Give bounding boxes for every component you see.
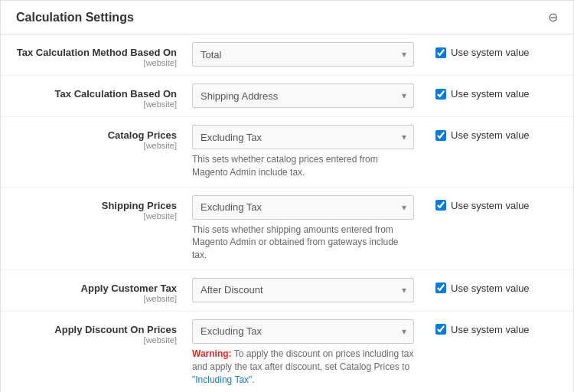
label-sub-apply-discount-on-prices: [website] bbox=[16, 335, 177, 345]
setting-row-tax-calc-based-on: Tax Calculation Based On[website]Shippin… bbox=[1, 76, 573, 117]
label-main-shipping-prices: Shipping Prices bbox=[16, 200, 177, 211]
label-main-apply-discount-on-prices: Apply Discount On Prices bbox=[16, 324, 177, 335]
system-value-col-catalog-prices: Use system value bbox=[435, 125, 558, 141]
select-wrapper-tax-calc-method: TotalUnit PriceRow Total bbox=[192, 42, 414, 67]
system-value-label-apply-discount-on-prices: Use system value bbox=[451, 324, 530, 335]
label-main-tax-calc-method: Tax Calculation Method Based On bbox=[16, 47, 177, 58]
system-value-col-shipping-prices: Use system value bbox=[435, 195, 558, 211]
label-main-apply-customer-tax: Apply Customer Tax bbox=[16, 283, 177, 294]
select-wrapper-tax-calc-based-on: Shipping AddressBilling AddressShipping … bbox=[192, 83, 414, 108]
label-col-tax-calc-method: Tax Calculation Method Based On[website] bbox=[16, 42, 192, 67]
select-apply-customer-tax[interactable]: After DiscountBefore Discount bbox=[192, 278, 414, 302]
label-sub-tax-calc-based-on: [website] bbox=[16, 100, 177, 109]
setting-row-catalog-prices: Catalog Prices[website]Excluding TaxIncl… bbox=[1, 117, 573, 188]
control-col-apply-customer-tax: After DiscountBefore Discount bbox=[192, 278, 435, 302]
select-wrapper-apply-discount-on-prices: Excluding TaxIncluding Tax bbox=[192, 319, 414, 344]
hint-text-apply-discount-on-prices: Warning: To apply the discount on prices… bbox=[192, 348, 414, 386]
system-value-checkbox-catalog-prices[interactable] bbox=[435, 130, 446, 141]
system-value-label-shipping-prices: Use system value bbox=[451, 200, 530, 211]
label-main-tax-calc-based-on: Tax Calculation Based On bbox=[16, 88, 177, 100]
label-col-shipping-prices: Shipping Prices[website] bbox=[16, 195, 192, 220]
system-value-col-tax-calc-based-on: Use system value bbox=[435, 83, 558, 100]
control-col-catalog-prices: Excluding TaxIncluding TaxThis sets whet… bbox=[192, 125, 435, 179]
select-tax-calc-based-on[interactable]: Shipping AddressBilling AddressShipping … bbox=[192, 83, 414, 108]
setting-row-apply-discount-on-prices: Apply Discount On Prices[website]Excludi… bbox=[1, 312, 573, 392]
hint-link-apply-discount-on-prices[interactable]: "Including Tax" bbox=[192, 374, 252, 385]
system-value-checkbox-tax-calc-based-on[interactable] bbox=[435, 89, 446, 100]
warning-label-apply-discount-on-prices: Warning: bbox=[192, 348, 232, 359]
control-col-tax-calc-method: TotalUnit PriceRow Total bbox=[192, 42, 435, 67]
label-col-apply-customer-tax: Apply Customer Tax[website] bbox=[16, 278, 192, 303]
select-shipping-prices[interactable]: Excluding TaxIncluding Tax bbox=[192, 195, 414, 220]
hint-text-shipping-prices: This sets whether shipping amounts enter… bbox=[192, 224, 414, 262]
select-wrapper-shipping-prices: Excluding TaxIncluding Tax bbox=[192, 195, 414, 220]
select-catalog-prices[interactable]: Excluding TaxIncluding Tax bbox=[192, 125, 414, 149]
page-wrapper: Calculation Settings ⊖ Tax Calculation M… bbox=[0, 0, 574, 392]
select-tax-calc-method[interactable]: TotalUnit PriceRow Total bbox=[192, 42, 414, 67]
setting-row-shipping-prices: Shipping Prices[website]Excluding TaxInc… bbox=[1, 188, 573, 270]
system-value-label-tax-calc-based-on: Use system value bbox=[451, 88, 530, 100]
label-col-tax-calc-based-on: Tax Calculation Based On[website] bbox=[16, 83, 192, 109]
system-value-col-apply-customer-tax: Use system value bbox=[435, 278, 558, 294]
control-col-shipping-prices: Excluding TaxIncluding TaxThis sets whet… bbox=[192, 195, 435, 262]
select-apply-discount-on-prices[interactable]: Excluding TaxIncluding Tax bbox=[192, 319, 414, 344]
label-sub-tax-calc-method: [website] bbox=[16, 58, 177, 67]
system-value-col-tax-calc-method: Use system value bbox=[435, 42, 558, 58]
system-value-checkbox-apply-customer-tax[interactable] bbox=[435, 283, 446, 293]
collapse-icon[interactable]: ⊖ bbox=[548, 10, 558, 24]
label-col-catalog-prices: Catalog Prices[website] bbox=[16, 125, 192, 150]
setting-row-tax-calc-method: Tax Calculation Method Based On[website]… bbox=[1, 34, 573, 76]
setting-row-apply-customer-tax: Apply Customer Tax[website]After Discoun… bbox=[1, 270, 573, 312]
label-sub-apply-customer-tax: [website] bbox=[16, 294, 177, 303]
section-title: Calculation Settings bbox=[16, 11, 134, 24]
label-sub-shipping-prices: [website] bbox=[16, 211, 177, 220]
system-value-checkbox-apply-discount-on-prices[interactable] bbox=[435, 324, 446, 335]
system-value-label-tax-calc-method: Use system value bbox=[451, 47, 530, 58]
hint-text-catalog-prices: This sets whether catalog prices entered… bbox=[192, 153, 414, 179]
settings-body: Tax Calculation Method Based On[website]… bbox=[1, 34, 573, 392]
system-value-checkbox-tax-calc-method[interactable] bbox=[435, 47, 446, 58]
section-header: Calculation Settings ⊖ bbox=[1, 1, 573, 34]
system-value-label-catalog-prices: Use system value bbox=[451, 129, 530, 141]
select-wrapper-catalog-prices: Excluding TaxIncluding Tax bbox=[192, 125, 414, 149]
select-wrapper-apply-customer-tax: After DiscountBefore Discount bbox=[192, 278, 414, 302]
label-sub-catalog-prices: [website] bbox=[16, 141, 177, 150]
system-value-col-apply-discount-on-prices: Use system value bbox=[435, 319, 558, 335]
system-value-label-apply-customer-tax: Use system value bbox=[451, 283, 530, 294]
label-main-catalog-prices: Catalog Prices bbox=[16, 129, 177, 141]
control-col-apply-discount-on-prices: Excluding TaxIncluding TaxWarning: To ap… bbox=[192, 319, 435, 386]
control-col-tax-calc-based-on: Shipping AddressBilling AddressShipping … bbox=[192, 83, 435, 108]
system-value-checkbox-shipping-prices[interactable] bbox=[435, 200, 446, 211]
label-col-apply-discount-on-prices: Apply Discount On Prices[website] bbox=[16, 319, 192, 345]
